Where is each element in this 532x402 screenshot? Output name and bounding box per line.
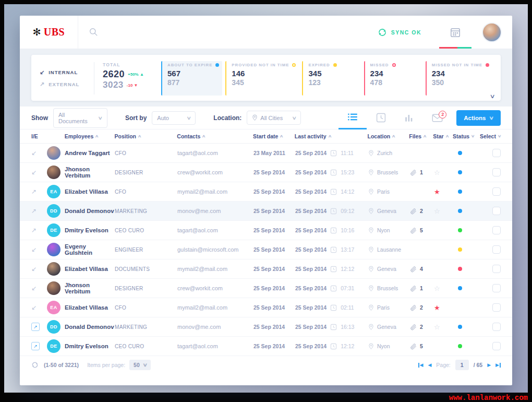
calendar-tab[interactable] (435, 16, 476, 49)
star-icon[interactable]: ☆ (434, 169, 440, 176)
star-icon[interactable]: ☆ (434, 323, 440, 331)
tab-list-view[interactable] (338, 107, 367, 129)
user-avatar[interactable] (482, 22, 502, 42)
next-page-button[interactable]: ▶ (487, 362, 491, 368)
files-cell[interactable]: 5 (410, 227, 434, 234)
column-header-status[interactable]: Status (453, 133, 480, 139)
row-checkbox[interactable] (492, 207, 501, 215)
location-cell: Nyon (368, 343, 410, 350)
row-checkbox[interactable] (492, 303, 501, 312)
table-row[interactable]: ↗ DD Donald Demonov MARKETING monov@me.c… (20, 202, 512, 221)
employee-name[interactable]: Elizabet Villasa (65, 266, 115, 272)
contact-email[interactable]: crew@workit.com (177, 169, 253, 175)
contact-email[interactable]: monov@me.com (177, 208, 253, 214)
employee-name[interactable]: Elizabet Villasa (65, 188, 115, 195)
star-icon[interactable]: ★ (434, 304, 440, 312)
stat-group[interactable]: PROVIDED NOT IN TIME 146 345 (225, 61, 299, 96)
last-page-button[interactable]: ▶ (495, 362, 501, 368)
table-row[interactable]: ↙ Evgeny Gulshtein ENGINEER gulstain@mic… (20, 240, 512, 259)
row-checkbox[interactable] (492, 245, 501, 254)
table-row[interactable]: ↙ Jhonson Verbitum DESIGNER crew@workit.… (20, 163, 512, 182)
table-row[interactable]: ↗ EA Elizabet Villasa CFO mymail2@mail.c… (20, 182, 512, 202)
contact-email[interactable]: gulstain@microsoft.com (177, 246, 253, 253)
contact-email[interactable]: tagart@aol.com (177, 227, 253, 233)
table-row[interactable]: ↙ Jhonson Verbitum DESIGNER crew@workit.… (20, 279, 512, 298)
table-row[interactable]: ↗ DD Donald Demonov MARKETING monov@me.c… (20, 317, 512, 337)
stats-expand-chevron-icon[interactable]: ∨ (489, 93, 495, 100)
contact-email[interactable]: mymail2@mail.com (177, 188, 253, 195)
contact-email[interactable]: tagart@aol.com (177, 150, 253, 156)
employee-name[interactable]: Donald Demonov (65, 324, 115, 330)
location-dropdown[interactable]: All Cities ∨ (247, 111, 301, 125)
refresh-button[interactable] (31, 361, 39, 369)
star-icon[interactable]: ★ (434, 188, 440, 196)
column-header-select[interactable]: Select (480, 133, 501, 139)
employee-name[interactable]: Elizabet Villasa (65, 304, 115, 311)
column-header-last-activity[interactable]: Last activity (295, 133, 368, 139)
actions-button[interactable]: Actions ∨ (456, 110, 501, 126)
star-icon[interactable]: ☆ (434, 207, 440, 215)
stat-group[interactable]: MISSED 234 478 (364, 61, 422, 96)
external-toggle[interactable]: ↗ EXTERNAL (40, 81, 94, 88)
table-row[interactable]: ↙ Andrew Taggart CFO tagart@aol.com 23 M… (20, 144, 512, 163)
last-activity: 25 Sep 2014 02:11 (295, 304, 368, 311)
column-header-files[interactable]: Files (409, 133, 433, 139)
tab-timeline-view[interactable] (367, 107, 395, 129)
row-checkbox[interactable] (492, 284, 501, 292)
first-page-button[interactable]: ◀ (418, 362, 424, 368)
contact-email[interactable]: tagart@aol.com (177, 343, 253, 349)
stat-group[interactable]: MISSED NOT IN TIME 234 350 (426, 61, 492, 96)
column-header-start-date[interactable]: Start date (253, 133, 295, 139)
star-icon[interactable]: ☆ (434, 285, 440, 292)
files-cell[interactable]: 1 (410, 285, 434, 292)
employee-name[interactable]: Dmitry Evelson (65, 343, 115, 349)
row-checkbox[interactable] (492, 265, 501, 273)
row-checkbox[interactable] (492, 342, 501, 350)
row-checkbox[interactable] (492, 168, 501, 176)
column-header-contacts[interactable]: Contacts (177, 133, 253, 139)
table-row[interactable]: ↙ Elizabet Villasa DOCUMENTS mymail2@mai… (20, 259, 512, 279)
files-cell[interactable]: 2 (410, 208, 434, 215)
column-header-ie[interactable]: I/E (31, 133, 65, 139)
employee-name[interactable]: Jhonson Verbitum (65, 166, 115, 179)
table-row[interactable]: ↙ EA Elizabet Villasa CFO mymail2@mail.c… (20, 298, 512, 317)
files-cell[interactable]: 2 (410, 324, 434, 330)
files-cell[interactable]: 5 (410, 343, 434, 350)
files-cell[interactable]: 2 (410, 304, 434, 311)
employee-name[interactable]: Andrew Taggart (65, 150, 115, 156)
tab-chart-view[interactable] (395, 107, 423, 129)
sort-dropdown[interactable]: Auto ∨ (152, 111, 196, 125)
column-header-position[interactable]: Position (115, 133, 177, 139)
table-row[interactable]: ↗ DE Dmitry Evelson CEO CURO tagart@aol.… (20, 337, 512, 356)
search-button[interactable] (78, 16, 108, 49)
page-input[interactable]: 1 (455, 360, 469, 370)
contact-email[interactable]: crew@workit.com (177, 285, 253, 291)
items-per-page-dropdown[interactable]: 50 ∨ (129, 360, 151, 370)
employee-name[interactable]: Jhonson Verbitum (65, 282, 115, 294)
internal-toggle[interactable]: ↙ INTERNAL (40, 69, 94, 76)
row-checkbox[interactable] (492, 226, 501, 234)
row-checkbox[interactable] (492, 149, 501, 157)
contact-email[interactable]: mymail2@mail.com (177, 266, 253, 272)
stat-group[interactable]: EXPIRED 345 123 (302, 61, 360, 96)
show-dropdown[interactable]: All Documents ∨ (53, 108, 107, 128)
tab-mail-view[interactable]: 2 (423, 107, 451, 129)
row-checkbox[interactable] (492, 323, 501, 331)
column-header-star[interactable]: Star (433, 133, 453, 139)
prev-page-button[interactable]: ◀ (428, 362, 431, 368)
row-checkbox[interactable] (492, 187, 501, 196)
stat-group[interactable]: ABOUT TO EXPIRE 567 877 (161, 61, 222, 96)
column-header-employees[interactable]: Employees (65, 133, 115, 139)
contact-email[interactable]: monov@me.com (177, 324, 253, 330)
sync-status[interactable]: SYNC OK (378, 28, 421, 37)
column-header-location[interactable]: Location (367, 133, 409, 139)
ubs-logo[interactable]: ✻ UBS (20, 16, 78, 49)
table-row[interactable]: ↗ DE Dmitry Evelson CEO CURO tagart@aol.… (20, 221, 512, 240)
files-cell[interactable]: 1 (410, 169, 434, 176)
files-cell[interactable]: 4 (410, 266, 434, 273)
employee-name[interactable]: Dmitry Evelson (65, 227, 115, 233)
employee-name[interactable]: Donald Demonov (65, 208, 115, 214)
contact-email[interactable]: mymail2@mail.com (177, 304, 253, 311)
employee-name[interactable]: Evgeny Gulshtein (65, 243, 115, 256)
direction-icon: ↙ (31, 169, 47, 176)
